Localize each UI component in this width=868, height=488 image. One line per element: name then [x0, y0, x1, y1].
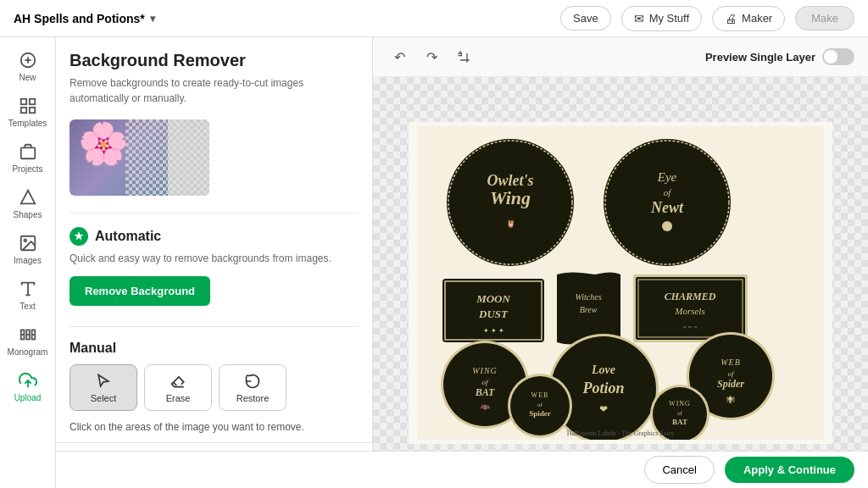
svg-rect-6: [29, 107, 34, 112]
make-button[interactable]: Make: [795, 6, 854, 30]
sidebar-item-new-label: New: [19, 73, 36, 82]
svg-text:BAT: BAT: [672, 418, 687, 426]
chevron-down-icon[interactable]: ▾: [150, 13, 155, 25]
panel-scroll: Background Remover Remove backgrounds to…: [56, 37, 372, 488]
automatic-label: Automatic: [95, 229, 161, 244]
remove-background-button[interactable]: Remove Background: [70, 276, 210, 306]
svg-text:MOON: MOON: [476, 292, 510, 305]
sidebar-item-upload-label: Upload: [14, 393, 42, 402]
svg-text:Love: Love: [591, 363, 615, 376]
svg-text:🕷: 🕷: [726, 395, 735, 404]
svg-text:of: of: [677, 410, 683, 417]
redo-button[interactable]: ↷: [419, 44, 444, 69]
svg-point-11: [24, 239, 26, 241]
sidebar-item-templates[interactable]: Templates: [4, 90, 52, 134]
mystuff-button[interactable]: ✉ My Stuff: [621, 6, 702, 31]
automatic-section-header: Automatic: [70, 227, 359, 246]
divider-2: [70, 326, 359, 327]
svg-text:WING: WING: [472, 366, 498, 375]
sidebar-item-monogram-label: Monogram: [8, 347, 48, 357]
select-tool-button[interactable]: Select: [70, 364, 137, 411]
svg-rect-3: [20, 98, 25, 103]
svg-text:~ ~ ~: ~ ~ ~: [683, 324, 698, 331]
crop-button[interactable]: [451, 44, 476, 69]
flower-image: 🌸: [78, 124, 129, 164]
sidebar-item-images[interactable]: Images: [4, 227, 52, 271]
svg-rect-4: [29, 98, 34, 103]
svg-text:CHARMED: CHARMED: [665, 291, 716, 302]
svg-point-32: [662, 221, 672, 231]
restore-tool-button[interactable]: Restore: [219, 364, 287, 411]
svg-line-21: [174, 382, 176, 385]
canvas-toolbar: ↶ ↷ Preview Single Layer: [373, 37, 868, 77]
sidebar-item-images-label: Images: [14, 256, 42, 265]
canvas-content[interactable]: Owlet's Wing 🦉 Eye of Newt MOON DUST: [373, 77, 868, 488]
undo-button[interactable]: ↶: [387, 44, 412, 69]
svg-text:WING: WING: [669, 400, 691, 408]
sidebar-item-shapes[interactable]: Shapes: [4, 181, 52, 225]
svg-text:DUST: DUST: [478, 308, 509, 320]
labels-svg: Owlet's Wing 🦉 Eye of Newt MOON DUST: [417, 126, 824, 440]
svg-marker-8: [20, 190, 35, 203]
svg-text:✦ ✦ ✦: ✦ ✦ ✦: [483, 327, 504, 335]
svg-text:Newt: Newt: [650, 199, 684, 216]
sidebar-item-text[interactable]: Text: [4, 273, 52, 317]
sidebar-item-new[interactable]: New: [4, 44, 52, 88]
apply-continue-button[interactable]: Apply & Continue: [725, 457, 854, 483]
main-layout: New Templates Projects Shapes Images: [0, 37, 868, 488]
save-label: Save: [573, 12, 598, 25]
erase-tool-button[interactable]: Erase: [144, 364, 212, 411]
sidebar-item-projects[interactable]: Projects: [4, 136, 52, 180]
mystuff-label: My Stuff: [649, 12, 689, 25]
select-tool-label: Select: [91, 393, 117, 403]
sidebar-item-text-label: Text: [19, 302, 35, 311]
cancel-button[interactable]: Cancel: [644, 456, 714, 484]
svg-text:Witches: Witches: [575, 292, 601, 302]
svg-text:🦇: 🦇: [480, 402, 491, 413]
topbar-title-area: AH Spells and Potions* ▾: [14, 12, 155, 25]
erase-tool-label: Erase: [166, 393, 191, 403]
make-label: Make: [811, 12, 838, 25]
automatic-icon: [70, 227, 88, 246]
manual-instruction: Click on the areas of the image you want…: [70, 421, 359, 433]
divider-1: [70, 213, 359, 214]
panel-title: Background Remover: [70, 51, 359, 70]
manual-title: Manual: [70, 341, 359, 356]
svg-text:BAT: BAT: [475, 386, 495, 398]
svg-text:Spider: Spider: [717, 378, 744, 390]
project-title: AH Spells and Potions*: [14, 12, 145, 25]
panel-description: Remove backgrounds to create ready-to-cu…: [70, 75, 359, 106]
svg-text:🦉: 🦉: [506, 219, 516, 229]
tool-group: Select Erase Restore: [70, 364, 359, 411]
svg-text:WEB: WEB: [721, 358, 741, 367]
svg-text:Wing: Wing: [490, 187, 531, 208]
maker-label: Maker: [742, 12, 772, 25]
footer-bar: Cancel Apply & Continue: [56, 451, 868, 488]
svg-text:Morsels: Morsels: [674, 306, 704, 316]
svg-text:Brew: Brew: [580, 305, 598, 314]
svg-text:Owlet's: Owlet's: [487, 172, 533, 189]
svg-text:of: of: [537, 402, 543, 408]
preview-toggle[interactable]: [822, 48, 854, 65]
restore-tool-label: Restore: [236, 393, 270, 403]
checkerboard-bg: [125, 119, 209, 196]
svg-text:Potion: Potion: [581, 380, 624, 396]
svg-text:Spider: Spider: [529, 409, 551, 418]
sidebar-item-monogram[interactable]: Monogram: [4, 319, 52, 363]
maker-button[interactable]: 🖨 Maker: [712, 6, 785, 31]
image-preview: 🌸: [70, 119, 209, 196]
toolbar-left: ↶ ↷: [387, 44, 476, 69]
topbar: AH Spells and Potions* ▾ Save ✉ My Stuff…: [0, 0, 868, 37]
envelope-icon: ✉: [634, 12, 644, 25]
save-button[interactable]: Save: [560, 6, 611, 30]
svg-text:❤: ❤: [599, 403, 608, 415]
svg-text:Eye: Eye: [657, 170, 677, 184]
sidebar-item-upload[interactable]: Upload: [4, 364, 52, 408]
svg-text:WEB: WEB: [531, 391, 549, 399]
preview-single-layer: Preview Single Layer: [705, 48, 854, 65]
sidebar-item-projects-label: Projects: [12, 164, 42, 174]
preview-single-label: Preview Single Layer: [705, 51, 815, 64]
maker-icon: 🖨: [725, 12, 737, 25]
canvas-inner: Owlet's Wing 🦉 Eye of Newt MOON DUST: [409, 122, 832, 444]
svg-text:Halloween Labels - The Graphic: Halloween Labels - The Graphics Fairy: [567, 430, 675, 437]
